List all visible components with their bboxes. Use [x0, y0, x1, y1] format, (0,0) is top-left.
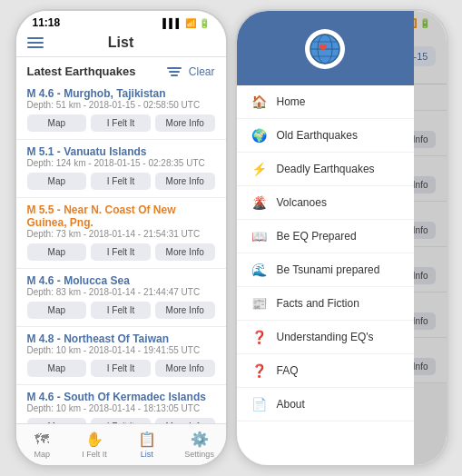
map-btn-2[interactable]: Map: [27, 173, 87, 190]
eq-title-3: M 5.5 - Near N. Coast Of New Guinea, Png…: [27, 203, 215, 229]
earthquake-item-3: M 5.5 - Near N. Coast Of New Guinea, Png…: [16, 198, 226, 269]
time-1: 11:18: [33, 16, 61, 29]
eq-buttons-2: Map I Felt It More Info: [27, 173, 215, 190]
earthquake-item-6: M 4.6 - South Of Kermadec Islands Depth:…: [16, 385, 226, 423]
eq-buttons-5: Map I Felt It More Info: [27, 360, 215, 377]
hamburger-line-1: [27, 37, 44, 39]
eq-buttons-1: Map I Felt It More Info: [27, 114, 215, 132]
facts-fiction-icon: 📰: [251, 296, 268, 311]
eq-prepared-icon: 📖: [251, 229, 268, 243]
eq-depth-6: Depth: 10 km - 2018-01-14 - 18:13:05 UTC: [27, 403, 215, 413]
eq-depth-3: Depth: 73 km - 2018-01-14 - 21:54:31 UTC: [27, 229, 215, 239]
more-btn-3[interactable]: More Info: [155, 243, 215, 261]
screens-container: 11:18 ▌▌▌ 📶 🔋 List Latest Earthquakes: [5, 0, 457, 476]
more-btn-5[interactable]: More Info: [155, 360, 215, 377]
more-btn-1[interactable]: More Info: [155, 114, 215, 132]
nav-settings[interactable]: ⚙️ Settings: [173, 424, 226, 465]
deadly-eq-icon: ⚡: [251, 162, 268, 176]
understanding-eq-icon: ❓: [251, 330, 268, 344]
nav-list[interactable]: 📋 List: [121, 424, 173, 465]
drawer-avatar: [305, 29, 345, 69]
eq-depth-2: Depth: 124 km - 2018-01-15 - 02:28:35 UT…: [27, 158, 215, 168]
drawer-item-facts-fiction[interactable]: 📰 Facts and Fiction: [237, 287, 414, 321]
drawer-menu: 🏠 Home 🌍 Old Earthquakes ⚡ Deadly Earthq…: [237, 85, 414, 465]
felt-nav-icon: ✋: [85, 431, 103, 448]
drawer-item-tsunami-prepared[interactable]: 🌊 Be Tsunami prepared: [237, 253, 414, 287]
drawer-item-faq[interactable]: ❓ FAQ: [237, 354, 414, 388]
drawer-item-old-earthquakes[interactable]: 🌍 Old Earthquakes: [237, 119, 414, 153]
hamburger-line-2: [27, 42, 44, 44]
nav-felt[interactable]: ✋ I Felt It: [68, 424, 121, 465]
hamburger-line-3: [27, 46, 44, 48]
nav-map-label: Map: [34, 450, 51, 459]
map-btn-1[interactable]: Map: [27, 114, 87, 132]
felt-btn-3[interactable]: I Felt It: [91, 243, 151, 261]
drawer-faq-label: FAQ: [277, 364, 299, 377]
nav-settings-label: Settings: [184, 450, 214, 459]
drawer-volcanoes-label: Volcanoes: [277, 196, 327, 209]
drawer-understanding-eq-label: Understanding EQ's: [277, 331, 374, 343]
more-btn-2[interactable]: More Info: [155, 173, 215, 190]
map-btn-3[interactable]: Map: [27, 243, 87, 261]
eq-buttons-3: Map I Felt It More Info: [27, 243, 215, 261]
map-btn-4[interactable]: Map: [27, 302, 87, 319]
battery-icon: 🔋: [199, 18, 210, 28]
drawer-tsunami-label: Be Tsunami prepared: [277, 263, 380, 276]
drawer-globe-svg: [309, 33, 341, 65]
list-nav-icon: 📋: [138, 431, 156, 448]
drawer-home-label: Home: [277, 95, 306, 108]
nav-map[interactable]: 🗺 Map: [16, 424, 69, 465]
drawer-item-about[interactable]: 📄 About: [237, 388, 414, 421]
section-actions: Clear: [167, 65, 215, 78]
screen1-title: List: [108, 35, 133, 51]
map-nav-icon: 🗺: [34, 431, 49, 448]
tsunami-icon: 🌊: [251, 263, 268, 277]
eq-depth-1: Depth: 51 km - 2018-01-15 - 02:58:50 UTC: [27, 100, 215, 110]
eq-depth-4: Depth: 83 km - 2018-01-14 - 21:44:47 UTC: [27, 287, 215, 297]
hamburger-menu[interactable]: [27, 37, 44, 48]
earthquake-item-5: M 4.8 - Northeast Of Taiwan Depth: 10 km…: [16, 327, 226, 385]
drawer-item-deadly-earthquakes[interactable]: ⚡ Deadly Earthquakes: [237, 153, 414, 186]
bottom-nav: 🗺 Map ✋ I Felt It 📋 List ⚙️ Settings: [16, 423, 226, 465]
filter-line-2: [169, 71, 180, 73]
drawer-item-be-eq-prepared[interactable]: 📖 Be EQ Prepared: [237, 220, 414, 253]
earthquake-item-1: M 4.6 - Murghob, Tajikistan Depth: 51 km…: [16, 82, 226, 140]
filter-icon[interactable]: [167, 66, 182, 77]
felt-btn-5[interactable]: I Felt It: [91, 360, 151, 377]
drawer-item-home[interactable]: 🏠 Home: [237, 85, 414, 119]
filter-line-3: [171, 74, 178, 76]
eq-title-4: M 4.6 - Molucca Sea: [27, 274, 215, 287]
eq-title-2: M 5.1 - Vanuatu Islands: [27, 145, 215, 158]
map-btn-5[interactable]: Map: [27, 360, 87, 377]
screen1: 11:18 ▌▌▌ 📶 🔋 List Latest Earthquakes: [15, 9, 228, 467]
eq-buttons-4: Map I Felt It More Info: [27, 302, 215, 319]
more-btn-4[interactable]: More Info: [155, 302, 215, 319]
section-title: Latest Earthquakes: [27, 64, 136, 78]
drawer-item-understanding-eq[interactable]: ❓ Understanding EQ's: [237, 321, 414, 354]
old-eq-icon: 🌍: [251, 128, 268, 143]
screen2: 11:19 ▌▌▌ 📶 🔋 📅: [235, 9, 448, 467]
eq-title-6: M 4.6 - South Of Kermadec Islands: [27, 391, 215, 403]
eq-title-5: M 4.8 - Northeast Of Taiwan: [27, 332, 215, 345]
nav-list-label: List: [141, 450, 153, 459]
eq-title-1: M 4.6 - Murghob, Tajikistan: [27, 87, 215, 100]
nav-felt-label: I Felt It: [82, 450, 107, 459]
felt-btn-4[interactable]: I Felt It: [91, 302, 151, 319]
volcanoes-icon: 🌋: [251, 195, 268, 210]
status-icons-1: ▌▌▌ 📶 🔋: [162, 18, 209, 28]
clear-button[interactable]: Clear: [189, 65, 215, 78]
felt-btn-2[interactable]: I Felt It: [91, 173, 151, 190]
earthquake-list: Latest Earthquakes Clear M 4.6 - Murghob…: [16, 57, 226, 423]
eq-depth-5: Depth: 10 km - 2018-01-14 - 19:41:55 UTC: [27, 345, 215, 355]
section-header: Latest Earthquakes Clear: [16, 57, 226, 82]
home-icon: 🏠: [251, 94, 268, 109]
earthquake-item-2: M 5.1 - Vanuatu Islands Depth: 124 km - …: [16, 140, 226, 198]
drawer-deadly-eq-label: Deadly Earthquakes: [277, 163, 375, 175]
filter-line-1: [167, 67, 182, 69]
felt-btn-1[interactable]: I Felt It: [91, 114, 151, 132]
status-bar-1: 11:18 ▌▌▌ 📶 🔋: [16, 11, 226, 31]
drawer-about-label: About: [277, 398, 305, 411]
drawer-item-volcanoes[interactable]: 🌋 Volcanoes: [237, 186, 414, 220]
drawer-old-eq-label: Old Earthquakes: [277, 129, 358, 142]
side-drawer: 🏠 Home 🌍 Old Earthquakes ⚡ Deadly Earthq…: [237, 11, 414, 465]
